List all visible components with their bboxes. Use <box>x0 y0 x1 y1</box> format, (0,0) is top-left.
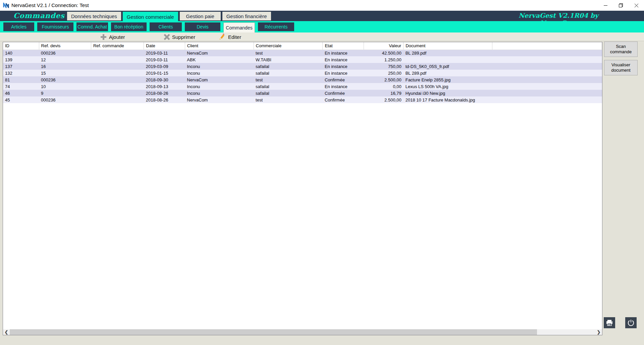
cell-date: 2019-03-11 <box>144 50 185 56</box>
close-button[interactable] <box>629 0 644 11</box>
cell-date: 2019-03-11 <box>144 56 185 63</box>
table-row[interactable]: 74102018-09-13InconusafailalEn instance0… <box>3 83 602 90</box>
cell-ref-devis: 000236 <box>39 76 91 83</box>
minimize-icon <box>604 4 607 7</box>
cell-valeur: 0,00 <box>364 83 403 90</box>
sub-tab-fournisseurs[interactable]: Fournisseurs <box>37 22 73 31</box>
sub-tab-devis[interactable]: Devis <box>185 22 220 31</box>
menu-tab-gestion-paie[interactable]: Gestion paie <box>180 12 221 20</box>
column-header-commerciale[interactable]: Commerciale <box>254 42 323 50</box>
cell-commerciale: safailal <box>254 90 323 96</box>
column-header-filler[interactable] <box>492 42 602 50</box>
orders-table-container: IDRef. devisRef. commandeDateClientComme… <box>3 42 602 335</box>
cell-document: Lexus LS 500h VA.jpg <box>404 83 492 90</box>
cell-filler <box>492 90 602 96</box>
cell-ref-commande <box>91 76 144 83</box>
cell-filler <box>492 76 602 83</box>
cell-filler <box>492 50 602 56</box>
cell-filler <box>492 63 602 70</box>
sub-tab-bon-reception[interactable]: Bon récéption <box>111 22 147 31</box>
edit-button[interactable]: Editer <box>219 32 241 41</box>
column-header-date[interactable]: Date <box>144 42 185 50</box>
cell-etat: En instance <box>323 70 364 76</box>
maximize-button[interactable] <box>613 0 629 11</box>
power-button[interactable] <box>625 317 637 328</box>
cell-commerciale: test <box>254 76 323 83</box>
cell-id: 81 <box>3 76 39 83</box>
cell-etat: En instance <box>323 83 364 90</box>
menubar: Commandes Données techniquesGestion comm… <box>0 11 644 21</box>
column-header-valeur[interactable]: Valeur <box>364 42 403 50</box>
delete-button-label: Supprimer <box>172 34 195 40</box>
sub-tab-articles[interactable]: Articles <box>3 22 34 31</box>
column-header-ref-devis[interactable]: Ref. devis <box>39 42 91 50</box>
scrollbar-thumb[interactable] <box>10 329 537 335</box>
table-row[interactable]: 4692018-08-26InconusafailalConfirmée16,7… <box>3 90 602 96</box>
cell-etat: Confirmée <box>323 76 364 83</box>
cell-date: 2019-01-15 <box>144 70 185 76</box>
edit-button-label: Editer <box>228 34 241 40</box>
column-header-etat[interactable]: Etat <box>323 42 364 50</box>
column-header-id[interactable]: ID <box>3 42 39 50</box>
sub-tab-recurrents[interactable]: Récurrents <box>258 22 294 31</box>
table-row[interactable]: 139122019-03-11ABKW.TAIBIEn instance1.25… <box>3 56 602 63</box>
table-row[interactable]: 1400002362019-03-11NervaComtestEn instan… <box>3 50 602 56</box>
cell-ref-devis: 16 <box>39 63 91 70</box>
cell-ref-devis: 10 <box>39 83 91 90</box>
scan-commande-button[interactable]: Scan commande <box>604 42 638 57</box>
cell-ref-commande <box>91 70 144 76</box>
cell-client: ABK <box>185 56 254 63</box>
sub-tab-commandes[interactable]: Commandes <box>223 22 255 32</box>
scroll-right-arrow[interactable]: ❯ <box>595 329 602 335</box>
orders-table: IDRef. devisRef. commandeDateClientComme… <box>3 42 602 103</box>
cell-id: 46 <box>3 90 39 96</box>
column-header-client[interactable]: Client <box>185 42 254 50</box>
delete-button[interactable]: Supprimer <box>164 32 195 41</box>
cell-document: td-DS_5K0_05S_fr.pdf <box>404 63 492 70</box>
table-row[interactable]: 810002362018-09-30NervaComtestConfirmée2… <box>3 76 602 83</box>
cell-valeur: 2.500,00 <box>364 76 403 83</box>
cell-filler <box>492 70 602 76</box>
cell-date: 2018-09-30 <box>144 76 185 83</box>
cell-filler <box>492 83 602 90</box>
table-header-row: IDRef. devisRef. commandeDateClientComme… <box>3 42 602 50</box>
cell-date: 2018-09-13 <box>144 83 185 90</box>
menu-tab-gestion-commerciale[interactable]: Gestion commerciale <box>123 12 178 22</box>
menu-tab-donnees-techniques[interactable]: Données techniques <box>67 12 121 20</box>
cell-date: 2019-03-09 <box>144 63 185 70</box>
titlebar: NervaGest V2.1 / Connection: Test <box>0 0 644 11</box>
plus-icon <box>101 34 106 40</box>
cell-document: Facture Enelp 2855.jpg <box>404 76 492 83</box>
current-module-label: Commandes <box>13 11 65 20</box>
horizontal-scrollbar: ❮ ❯ <box>3 329 602 335</box>
sub-tabs: ArticlesFournisseursComnd. AchatBon récé… <box>3 22 294 32</box>
power-icon <box>627 319 635 327</box>
cell-ref-commande <box>91 96 144 103</box>
main-tabs: Données techniquesGestion commercialeGes… <box>67 12 271 22</box>
column-header-ref-commande[interactable]: Ref. commande <box>91 42 144 50</box>
cell-client: NervaCom <box>185 96 254 103</box>
table-row[interactable]: 137162019-03-09InconusafailalEn instance… <box>3 63 602 70</box>
visualiser-document-button[interactable]: Visualiser document <box>604 60 638 75</box>
x-delete-icon <box>164 34 169 40</box>
sub-tab-comnd-achat[interactable]: Comnd. Achat <box>76 22 108 31</box>
menu-tab-gestion-financiere[interactable]: Gestion financière <box>222 12 271 20</box>
cell-commerciale: test <box>254 96 323 103</box>
scrollbar-track[interactable] <box>537 329 595 335</box>
add-button[interactable]: Ajouter <box>101 32 125 41</box>
cell-commerciale: safailal <box>254 63 323 70</box>
cell-id: 139 <box>3 56 39 63</box>
column-header-document[interactable]: Document <box>404 42 492 50</box>
table-row[interactable]: 132152019-01-15InconusafailalEn instance… <box>3 70 602 76</box>
cell-document: Hyundai i30 New.jpg <box>404 90 492 96</box>
close-icon <box>635 4 638 7</box>
table-row[interactable]: 450002362018-08-26NervaComtestConfirmée2… <box>3 96 602 103</box>
cell-commerciale: safailal <box>254 70 323 76</box>
cell-id: 132 <box>3 70 39 76</box>
sub-tab-clients[interactable]: Clients <box>150 22 182 31</box>
cell-valeur: 2.500,00 <box>364 96 403 103</box>
scroll-left-arrow[interactable]: ❮ <box>3 329 10 335</box>
print-button[interactable] <box>604 317 615 328</box>
cell-document <box>404 56 492 63</box>
minimize-button[interactable] <box>598 0 613 11</box>
